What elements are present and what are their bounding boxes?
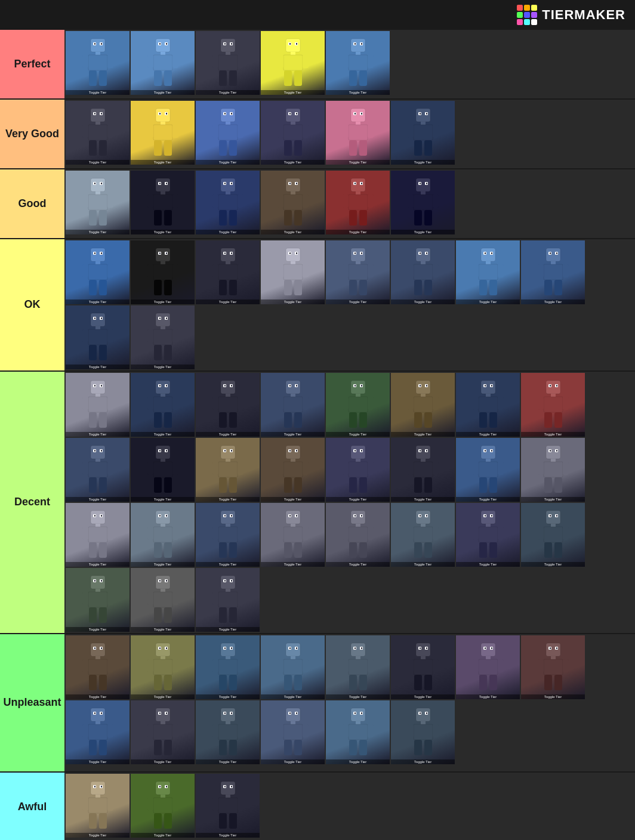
tier-item-u14[interactable]: Toggle Tier [391, 700, 455, 764]
tier-item-d24[interactable]: Toggle Tier [521, 503, 585, 567]
tier-item-d20[interactable]: Toggle Tier [261, 503, 325, 567]
tier-item-u5[interactable]: Toggle Tier [326, 635, 390, 699]
tier-item-p2[interactable]: Toggle Tier [131, 31, 195, 95]
svg-rect-501 [218, 527, 238, 542]
tier-item-ok6[interactable]: Toggle Tier [391, 240, 455, 304]
tier-item-label-u8: Toggle Tier [521, 694, 585, 699]
tier-item-d5[interactable]: Toggle Tier [326, 373, 390, 437]
tier-item-u7[interactable]: Toggle Tier [456, 635, 520, 699]
tiers-wrapper: Perfect Toggle Tier [0, 30, 635, 840]
tier-item-d17[interactable]: Toggle Tier [66, 503, 130, 567]
tier-item-p1[interactable]: Toggle Tier [66, 31, 130, 95]
tier-item-d14[interactable]: Toggle Tier [391, 438, 455, 502]
tier-item-u2[interactable]: Toggle Tier [131, 635, 195, 699]
svg-rect-561 [91, 576, 105, 589]
svg-rect-418 [286, 446, 300, 459]
tier-item-u13[interactable]: Toggle Tier [326, 700, 390, 764]
tier-item-d16[interactable]: Toggle Tier [521, 438, 585, 502]
tier-item-u9[interactable]: Toggle Tier [66, 700, 130, 764]
char-svg-ok5 [340, 247, 376, 298]
tier-item-vg3[interactable]: Toggle Tier [196, 101, 260, 165]
svg-rect-633 [283, 659, 303, 675]
tier-item-aw2[interactable]: Toggle Tier [131, 774, 195, 838]
svg-rect-295 [154, 345, 162, 360]
tier-item-d21[interactable]: Toggle Tier [326, 503, 390, 567]
tier-item-d11[interactable]: Toggle Tier [196, 438, 260, 502]
svg-rect-97 [284, 140, 292, 156]
svg-rect-730 [361, 712, 362, 714]
tier-item-g4[interactable]: Toggle Tier [261, 171, 325, 234]
tier-item-d27[interactable]: Toggle Tier [196, 568, 260, 632]
tier-item-vg6[interactable]: Toggle Tier [391, 101, 455, 165]
tier-item-p5[interactable]: Toggle Tier [326, 31, 390, 95]
tier-item-label-d9: Toggle Tier [66, 497, 130, 502]
svg-rect-466 [556, 450, 557, 452]
tier-item-u6[interactable]: Toggle Tier [391, 635, 455, 699]
tier-item-g3[interactable]: Toggle Tier [196, 171, 260, 234]
svg-rect-543 [491, 515, 492, 517]
tier-item-u12[interactable]: Toggle Tier [261, 700, 325, 764]
svg-rect-499 [231, 515, 232, 517]
tier-item-d8[interactable]: Toggle Tier [521, 373, 585, 437]
tier-item-vg2[interactable]: Toggle Tier [131, 101, 195, 165]
svg-rect-688 [88, 724, 107, 740]
svg-rect-383 [544, 412, 552, 428]
svg-rect-99 [351, 109, 365, 122]
tier-item-p3[interactable]: Toggle Tier [196, 31, 260, 95]
tier-item-d12[interactable]: Toggle Tier [261, 438, 325, 502]
tier-item-d25[interactable]: Toggle Tier [66, 568, 130, 632]
tier-item-u4[interactable]: Toggle Tier [261, 635, 325, 699]
tier-item-d2[interactable]: Toggle Tier [131, 373, 195, 437]
tier-item-g5[interactable]: Toggle Tier [326, 171, 390, 234]
tier-item-u3[interactable]: Toggle Tier [196, 635, 260, 699]
tier-item-ok2[interactable]: Toggle Tier [131, 240, 195, 304]
svg-rect-649 [416, 643, 430, 656]
svg-rect-264 [546, 248, 560, 261]
tier-item-u11[interactable]: Toggle Tier [196, 700, 260, 764]
char-svg-vg1 [80, 107, 116, 158]
tier-item-ok5[interactable]: Toggle Tier [326, 240, 390, 304]
tier-item-p4[interactable]: Toggle Tier [261, 31, 325, 95]
tier-item-u10[interactable]: Toggle Tier [131, 700, 195, 764]
tier-item-ok7[interactable]: Toggle Tier [456, 240, 520, 304]
tier-item-d3[interactable]: Toggle Tier [196, 373, 260, 437]
svg-rect-604 [99, 675, 107, 690]
tier-item-ok4[interactable]: Toggle Tier [261, 240, 325, 304]
tier-item-g2[interactable]: Toggle Tier [131, 171, 195, 234]
tier-item-d26[interactable]: Toggle Tier [131, 568, 195, 632]
tier-item-d7[interactable]: Toggle Tier [456, 373, 520, 437]
tier-item-d19[interactable]: Toggle Tier [196, 503, 260, 567]
tier-item-ok10[interactable]: Toggle Tier [131, 305, 195, 369]
tier-item-ok8[interactable]: Toggle Tier [521, 240, 585, 304]
tier-item-d6[interactable]: Toggle Tier [391, 373, 455, 437]
tier-item-d1[interactable]: Toggle Tier [66, 373, 130, 437]
svg-rect-218 [219, 280, 227, 295]
tier-item-vg5[interactable]: Toggle Tier [326, 101, 390, 165]
svg-rect-438 [349, 477, 357, 493]
tier-item-d22[interactable]: Toggle Tier [391, 503, 455, 567]
tier-label-awful: Awful [0, 773, 64, 840]
tier-item-d23[interactable]: Toggle Tier [456, 503, 520, 567]
tier-item-g1[interactable]: Toggle Tier [66, 171, 130, 234]
tier-item-d9[interactable]: Toggle Tier [66, 438, 130, 502]
tier-item-label-ok7: Toggle Tier [456, 299, 520, 304]
tier-item-u8[interactable]: Toggle Tier [521, 635, 585, 699]
tier-item-ok9[interactable]: Toggle Tier [66, 305, 130, 369]
tier-item-d18[interactable]: Toggle Tier [131, 503, 195, 567]
tier-item-d13[interactable]: Toggle Tier [326, 438, 390, 502]
tier-item-d4[interactable]: Toggle Tier [261, 373, 325, 437]
tier-item-vg1[interactable]: Toggle Tier [66, 101, 130, 165]
svg-rect-206 [172, 264, 178, 277]
svg-rect-36 [289, 43, 291, 45]
tier-item-aw1[interactable]: Toggle Tier [66, 774, 130, 838]
tier-item-g6[interactable]: Toggle Tier [391, 171, 455, 234]
tier-item-u1[interactable]: Toggle Tier [66, 635, 130, 699]
tier-item-d15[interactable]: Toggle Tier [456, 438, 520, 502]
svg-rect-132 [156, 178, 170, 192]
tier-item-d10[interactable]: Toggle Tier [131, 438, 195, 502]
tier-item-vg4[interactable]: Toggle Tier [261, 101, 325, 165]
tier-item-aw3[interactable]: Toggle Tier [196, 774, 260, 838]
tier-item-ok1[interactable]: Toggle Tier [66, 240, 130, 304]
svg-rect-434 [356, 459, 360, 462]
tier-item-ok3[interactable]: Toggle Tier [196, 240, 260, 304]
